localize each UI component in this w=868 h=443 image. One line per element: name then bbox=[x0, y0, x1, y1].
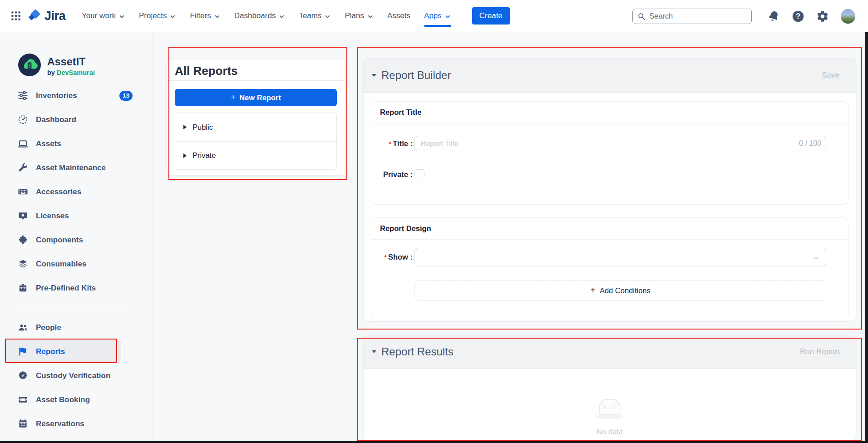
collapse-caret-icon[interactable] bbox=[372, 350, 376, 353]
required-mark: * bbox=[384, 253, 387, 261]
sidebar-item-label: Assets bbox=[36, 139, 61, 148]
window-edge-bottom bbox=[0, 441, 868, 443]
sidebar-item-licenses[interactable]: Licenses bbox=[0, 204, 153, 228]
chevron-down-icon bbox=[367, 13, 374, 20]
sidebar-item-custody-verification[interactable]: Custody Verification bbox=[0, 364, 153, 388]
report-groups: Public Private bbox=[175, 113, 337, 170]
new-report-label: New Report bbox=[239, 94, 281, 102]
jira-wordmark: Jira bbox=[44, 9, 65, 23]
search-input[interactable] bbox=[632, 9, 752, 24]
top-navigation-bar: Jira Your work Projects bbox=[0, 0, 868, 32]
nav-item-teams[interactable]: Teams bbox=[299, 0, 331, 32]
nav-item-label: Apps bbox=[424, 11, 442, 20]
all-reports-body: + New Report Public Private bbox=[167, 81, 345, 170]
help-icon[interactable]: ? bbox=[792, 10, 804, 23]
brand-name: AssetIT bbox=[47, 56, 95, 68]
nav-item-assets[interactable]: Assets bbox=[387, 0, 410, 32]
people-icon bbox=[16, 322, 29, 333]
add-conditions-label: Add Conditions bbox=[600, 286, 651, 295]
sidebar-item-reports[interactable]: Reports bbox=[4, 340, 121, 364]
report-group-row-private[interactable]: Private bbox=[175, 141, 336, 169]
brand-byline: by DevSamurai bbox=[47, 69, 95, 76]
sidebar-item-label: Custody Verification bbox=[36, 371, 110, 380]
sidebar-item-components[interactable]: Components bbox=[0, 228, 153, 252]
license-icon bbox=[16, 211, 29, 221]
report-title-input[interactable] bbox=[414, 136, 826, 151]
show-select[interactable] bbox=[414, 248, 826, 266]
badge-check-icon bbox=[16, 370, 29, 381]
title-label: *Title : bbox=[380, 139, 414, 148]
jira-logo[interactable]: Jira bbox=[28, 8, 65, 24]
sidebar-item-label: People bbox=[36, 323, 61, 332]
plus-icon: + bbox=[231, 92, 236, 102]
report-builder-header: Report Builder Save bbox=[364, 59, 856, 93]
brand-text: AssetIT by DevSamurai bbox=[47, 56, 95, 76]
chevron-down-icon bbox=[444, 13, 451, 20]
sidebar-nav: Inventories 13 Dashboard Assets bbox=[0, 84, 153, 436]
puzzle-icon bbox=[16, 235, 29, 245]
assetit-brand: AssetIT by DevSamurai bbox=[18, 54, 95, 78]
nav-item-your-work[interactable]: Your work bbox=[82, 0, 125, 32]
collapse-caret-icon[interactable] bbox=[372, 74, 376, 77]
sidebar-item-asset-booking[interactable]: Asset Booking bbox=[0, 388, 153, 412]
nav-item-plans[interactable]: Plans bbox=[345, 0, 374, 32]
sidebar-item-dashboard[interactable]: Dashboard bbox=[0, 108, 153, 132]
no-data-text: No data bbox=[597, 428, 623, 436]
create-button[interactable]: Create bbox=[472, 7, 510, 25]
sidebar-item-label: Licenses bbox=[36, 212, 69, 221]
assetit-logo-icon bbox=[18, 54, 41, 78]
show-form-row: *Show : bbox=[371, 248, 848, 266]
sidebar-item-accessories[interactable]: Accessories bbox=[0, 180, 153, 204]
search-box bbox=[632, 9, 752, 24]
report-builder-body: Report Title *Title : 0 / 100 Private : … bbox=[364, 93, 856, 321]
sidebar-item-reservations[interactable]: Reservations bbox=[0, 412, 153, 436]
sidebar-item-label: Accessories bbox=[36, 187, 81, 197]
user-avatar[interactable] bbox=[841, 9, 855, 24]
svg-text:?: ? bbox=[796, 12, 800, 20]
nav-item-label: Plans bbox=[345, 11, 364, 20]
sidebar-item-asset-maintenance[interactable]: Asset Maintenance bbox=[0, 156, 153, 180]
report-builder-title: Report Builder bbox=[381, 69, 451, 82]
sidebar-item-pre-defined-kits[interactable]: Pre-Defined Kits bbox=[0, 276, 153, 300]
nav-item-label: Your work bbox=[82, 11, 116, 20]
run-report-button[interactable]: Run Report bbox=[800, 347, 839, 356]
sliders-icon bbox=[16, 90, 29, 101]
primary-nav: Your work Projects Filters bbox=[82, 0, 465, 32]
count-badge: 13 bbox=[119, 91, 133, 101]
chevron-down-icon bbox=[813, 254, 820, 263]
sidebar-item-assets[interactable]: Assets bbox=[0, 132, 153, 156]
keyboard-icon bbox=[16, 187, 29, 197]
add-conditions-button[interactable]: + Add Conditions bbox=[414, 281, 826, 300]
gauge-icon bbox=[16, 114, 29, 125]
report-title-section: Report Title *Title : 0 / 100 Private : bbox=[371, 101, 848, 205]
nav-item-dashboards[interactable]: Dashboards bbox=[234, 0, 286, 32]
report-group-label: Public bbox=[192, 123, 213, 132]
sidebar-item-label: Inventories bbox=[36, 91, 77, 100]
nav-item-label: Teams bbox=[299, 11, 321, 20]
wrench-icon bbox=[16, 162, 29, 173]
caret-right-icon bbox=[183, 153, 187, 158]
report-results-header: Report Results Run Report bbox=[364, 335, 856, 369]
app-grid-icon[interactable] bbox=[10, 10, 22, 22]
nav-item-projects[interactable]: Projects bbox=[139, 0, 176, 32]
bell-icon[interactable] bbox=[767, 10, 780, 23]
inbox-icon bbox=[592, 397, 627, 422]
gear-icon[interactable] bbox=[816, 10, 829, 23]
report-group-row-public[interactable]: Public bbox=[175, 113, 336, 141]
nav-item-apps[interactable]: Apps bbox=[424, 0, 451, 32]
private-checkbox[interactable] bbox=[414, 169, 424, 179]
laptop-icon bbox=[16, 138, 29, 149]
sidebar-item-inventories[interactable]: Inventories 13 bbox=[0, 84, 153, 108]
nav-item-filters[interactable]: Filters bbox=[190, 0, 220, 32]
sidebar-item-label: Asset Booking bbox=[36, 395, 90, 404]
save-button[interactable]: Save bbox=[822, 71, 839, 80]
nav-item-label: Filters bbox=[190, 11, 211, 20]
search-icon bbox=[637, 12, 646, 21]
top-nav-left: Jira Your work Projects bbox=[0, 0, 510, 32]
sidebar-item-consumables[interactable]: Consumables bbox=[0, 252, 153, 276]
title-input-wrap: 0 / 100 bbox=[414, 136, 826, 151]
sidebar-item-people[interactable]: People bbox=[0, 315, 153, 340]
new-report-button[interactable]: + New Report bbox=[175, 89, 337, 106]
show-label: *Show : bbox=[380, 253, 414, 261]
private-form-row: Private : bbox=[371, 169, 848, 179]
